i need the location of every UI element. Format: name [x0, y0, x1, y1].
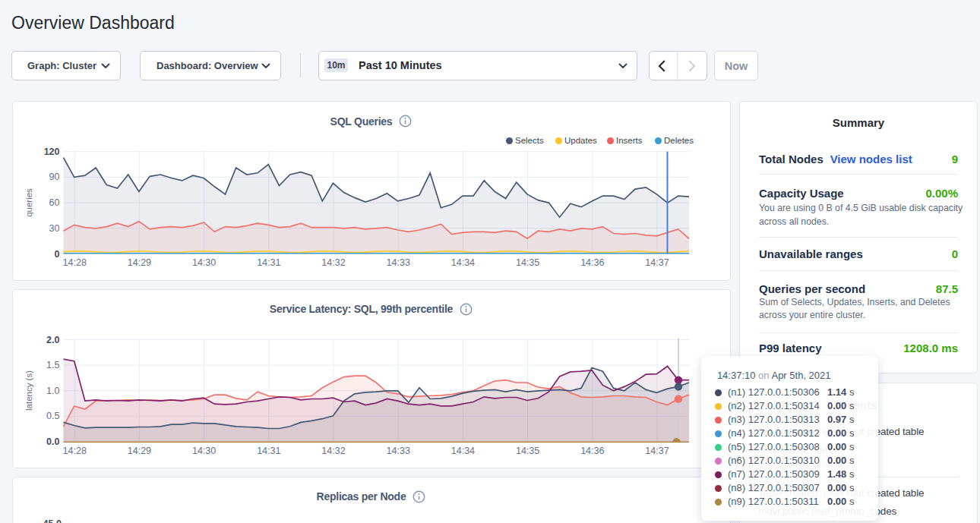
- svg-text:14:36: 14:36: [580, 257, 604, 268]
- svg-text:0.0: 0.0: [46, 436, 59, 447]
- svg-text:14:34: 14:34: [450, 445, 474, 455]
- svg-text:14:28: 14:28: [62, 257, 86, 268]
- svg-text:14:28: 14:28: [62, 445, 86, 455]
- svg-text:14:37: 14:37: [645, 445, 669, 455]
- svg-text:queries: queries: [24, 188, 33, 217]
- svg-text:14:35: 14:35: [515, 257, 539, 268]
- svg-text:14:29: 14:29: [127, 257, 150, 268]
- svg-text:14:29: 14:29: [127, 445, 150, 455]
- svg-text:14:33: 14:33: [386, 445, 409, 455]
- svg-text:2.0: 2.0: [46, 334, 59, 345]
- svg-text:1.0: 1.0: [46, 385, 59, 395]
- svg-text:14:31: 14:31: [257, 445, 280, 455]
- svg-text:0.5: 0.5: [46, 411, 59, 421]
- svg-text:14:30: 14:30: [191, 257, 215, 268]
- svg-text:latency (s): latency (s): [24, 370, 33, 410]
- svg-text:14:30: 14:30: [191, 445, 215, 455]
- svg-text:14:37: 14:37: [645, 257, 669, 268]
- svg-text:14:34: 14:34: [450, 257, 474, 268]
- svg-text:1.5: 1.5: [46, 360, 59, 370]
- svg-text:14:32: 14:32: [321, 445, 345, 455]
- svg-text:120: 120: [43, 147, 59, 157]
- svg-text:14:36: 14:36: [580, 445, 604, 455]
- svg-text:14:32: 14:32: [321, 257, 345, 268]
- svg-text:90: 90: [49, 172, 59, 182]
- svg-text:14:31: 14:31: [257, 257, 280, 268]
- svg-text:14:35: 14:35: [515, 445, 539, 455]
- svg-text:30: 30: [49, 223, 59, 234]
- svg-text:60: 60: [49, 197, 59, 208]
- svg-text:14:33: 14:33: [386, 257, 409, 268]
- svg-text:0: 0: [54, 249, 59, 260]
